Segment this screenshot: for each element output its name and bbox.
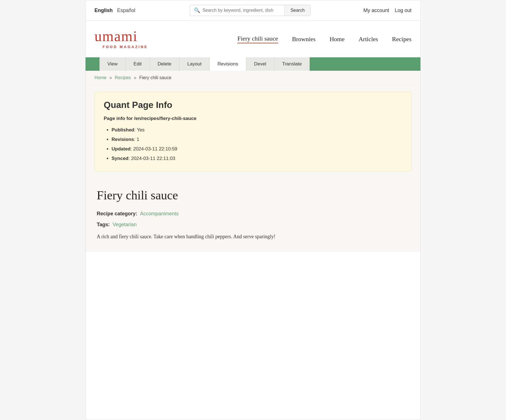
list-item: Synced: 2024-03-11 22:11:03 (112, 154, 402, 163)
recipe-tags-label: Tags: (97, 222, 110, 228)
nav-item-recipes[interactable]: Recipes (392, 36, 412, 43)
admin-tab-revisions[interactable]: Revisions (210, 57, 246, 71)
recipe-category-value: Accompaniments (140, 211, 179, 217)
recipe-tags-value: Vegetarian (113, 222, 137, 228)
admin-tabs: View Edit Delete Layout Revisions Devel … (100, 57, 310, 71)
search-form[interactable]: 🔍 Search (190, 5, 311, 16)
top-bar: English Español 🔍 Search My account Log … (86, 0, 420, 21)
admin-tab-layout[interactable]: Layout (179, 57, 210, 71)
page-info-updated-label: Updated (112, 146, 131, 152)
page-info-revisions-label: Revisions (112, 137, 134, 142)
main-content: Quant Page Info Page info for /en/recipe… (86, 85, 420, 252)
recipe-content: Fiery chili sauce Recipe category: Accom… (94, 183, 412, 241)
page-info-synced-label: Synced (112, 156, 128, 161)
logo-area[interactable]: umami FOOD MAGAZINE (94, 29, 156, 49)
user-actions: My account Log out (356, 8, 412, 13)
logo-text: umami (94, 29, 156, 44)
recipe-category-meta: Recipe category: Accompaniments (97, 211, 409, 217)
page-info-revisions-value: 1 (137, 137, 139, 142)
list-item: Published: Yes (112, 125, 402, 135)
list-item: Updated: 2024-03-11 22:10:59 (112, 144, 402, 154)
recipe-category-link[interactable]: Accompaniments (140, 211, 179, 216)
nav-item-brownies[interactable]: Brownies (292, 36, 316, 43)
language-switcher: English Español (94, 8, 145, 13)
admin-tabs-bar: View Edit Delete Layout Revisions Devel … (86, 57, 420, 71)
breadcrumb-home[interactable]: Home (94, 75, 107, 80)
search-area: 🔍 Search (150, 5, 350, 16)
nav-item-articles[interactable]: Articles (359, 36, 378, 43)
logo-subtitle: FOOD MAGAZINE (94, 45, 156, 49)
admin-tabs-right-accent (310, 57, 420, 71)
nav-item-fiery-chili-sauce[interactable]: Fiery chili sauce (237, 35, 278, 43)
site-header: umami FOOD MAGAZINE Fiery chili sauce Br… (86, 21, 420, 57)
recipe-description: A rich and fiery chili sauce. Take care … (97, 233, 409, 241)
admin-tab-translate[interactable]: Translate (274, 57, 310, 71)
breadcrumb: Home » Recipes » Fiery chili sauce (94, 75, 412, 80)
search-button[interactable]: Search (285, 5, 310, 16)
admin-tab-delete[interactable]: Delete (150, 57, 179, 71)
breadcrumb-current: Fiery chili sauce (139, 75, 171, 80)
page-info-list: Published: Yes Revisions: 1 Updated: 202… (104, 125, 402, 163)
admin-tab-devel[interactable]: Devel (246, 57, 274, 71)
search-icon: 🔍 (194, 7, 200, 13)
breadcrumb-sep-2: » (134, 75, 136, 80)
breadcrumb-recipes[interactable]: Recipes (115, 75, 131, 80)
page-info-updated-value: 2024-03-11 22:10:59 (133, 146, 177, 152)
breadcrumb-area: Home » Recipes » Fiery chili sauce (86, 71, 420, 85)
recipe-category-label: Recipe category: (97, 211, 137, 217)
page-info-published-value: Yes (137, 127, 145, 133)
lang-espanol[interactable]: Español (117, 8, 135, 13)
breadcrumb-sep-1: » (109, 75, 112, 80)
page-info-box: Quant Page Info Page info for /en/recipe… (94, 92, 412, 171)
search-input[interactable] (202, 8, 281, 13)
page-info-path: Page info for /en/recipes/fiery-chili-sa… (104, 116, 402, 121)
recipe-title: Fiery chili sauce (97, 188, 409, 202)
list-item: Revisions: 1 (112, 135, 402, 144)
admin-tabs-left-accent (86, 57, 100, 71)
main-nav: Fiery chili sauce Brownies Home Articles… (167, 35, 412, 43)
page-info-synced-value: 2024-03-11 22:11:03 (131, 156, 175, 161)
nav-item-home[interactable]: Home (330, 36, 345, 43)
search-input-wrapper: 🔍 (190, 5, 285, 16)
my-account-link[interactable]: My account (363, 8, 389, 13)
log-out-link[interactable]: Log out (395, 8, 412, 13)
lang-english[interactable]: English (94, 8, 113, 13)
page-info-published-label: Published (112, 127, 134, 133)
admin-tab-edit[interactable]: Edit (126, 57, 150, 71)
admin-tab-view[interactable]: View (100, 57, 126, 71)
recipe-tags-meta: Tags: Vegetarian (97, 222, 409, 228)
page-info-title: Quant Page Info (104, 100, 402, 110)
recipe-tag-link[interactable]: Vegetarian (113, 222, 137, 227)
